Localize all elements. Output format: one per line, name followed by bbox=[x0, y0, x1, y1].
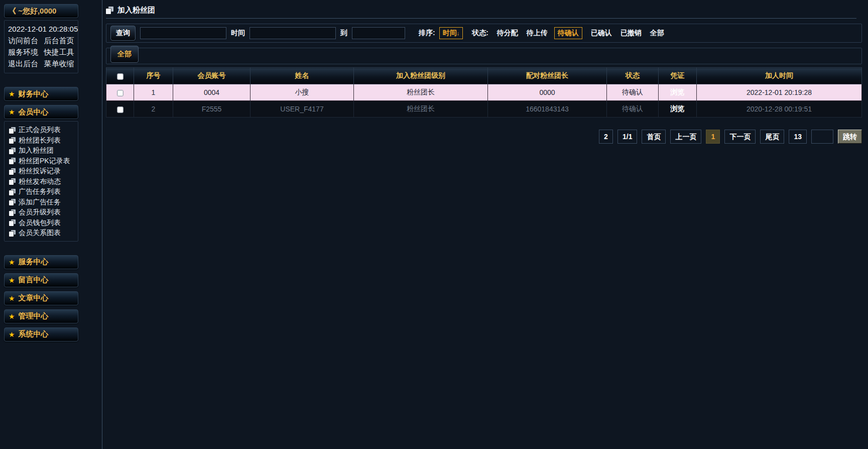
keyword-input[interactable] bbox=[140, 27, 226, 39]
sidebar: 《 ~您好,0000 2022-12-01 20:28:05 访问前台 后台首页… bbox=[4, 4, 78, 342]
pages-icon bbox=[9, 209, 16, 216]
cell-level: 粉丝团长 bbox=[354, 101, 488, 118]
sidebar-item-label: 会员升级列表 bbox=[19, 208, 61, 217]
link-visit-front[interactable]: 访问前台 bbox=[8, 36, 38, 45]
sidebar-item-fans-complaints[interactable]: 粉丝投诉记录 bbox=[9, 166, 76, 177]
row-checkbox[interactable] bbox=[117, 106, 123, 113]
last-page-button[interactable]: 尾页 bbox=[760, 130, 784, 144]
status-pending-confirm[interactable]: 待确认 bbox=[554, 27, 582, 39]
pages-icon bbox=[9, 219, 16, 226]
cell-status: 待确认 bbox=[607, 101, 659, 118]
cell-name: USER_F4177 bbox=[251, 101, 354, 118]
time-to-input[interactable] bbox=[352, 27, 405, 39]
status-pending-assign[interactable]: 待分配 bbox=[497, 29, 518, 38]
time-from-input[interactable] bbox=[250, 27, 336, 39]
cell-join-time: 2020-12-28 00:19:51 bbox=[697, 101, 862, 118]
join-fans-table: 序号 会员账号 姓名 加入粉丝团级别 配对粉丝团长 状态 凭证 加人时间 1 0… bbox=[106, 67, 862, 118]
cell-account: 0004 bbox=[173, 84, 251, 101]
table-header-row: 序号 会员账号 姓名 加入粉丝团级别 配对粉丝团长 状态 凭证 加人时间 bbox=[106, 68, 862, 84]
table-row: 1 0004 小搜 粉丝团长 0000 待确认 浏览 2022-12-01 20… bbox=[106, 84, 862, 101]
link-quick-tools[interactable]: 快捷工具 bbox=[44, 48, 74, 56]
title-divider bbox=[106, 18, 856, 19]
sidebar-item-fans-leader-list[interactable]: 粉丝团长列表 bbox=[9, 136, 76, 146]
sidebar-info-box: 2022-12-01 20:28:05 访问前台 后台首页 服务环境 快捷工具 … bbox=[4, 20, 78, 73]
star-icon: ★ bbox=[9, 258, 15, 266]
sidebar-item-label: 会员关系图表 bbox=[19, 229, 61, 238]
cell-level: 粉丝团长 bbox=[354, 84, 488, 101]
sidebar-section-member[interactable]: ★ 会员中心 bbox=[4, 105, 78, 119]
row-checkbox[interactable] bbox=[117, 90, 123, 96]
sidebar-greeting-header[interactable]: 《 ~您好,0000 bbox=[4, 4, 78, 18]
sort-value: 时间 bbox=[443, 29, 457, 37]
pages-icon bbox=[9, 178, 16, 185]
status-pending-upload[interactable]: 待上传 bbox=[527, 29, 548, 38]
sort-down-arrow-icon: ↓ bbox=[457, 30, 460, 36]
jump-page-input[interactable] bbox=[811, 130, 833, 144]
star-icon: ★ bbox=[9, 312, 15, 320]
main-content: 加入粉丝团 查询 时间 到 排序: 时间↓ 状态: 待分配 待上传 待确认 已确… bbox=[106, 0, 862, 144]
sidebar-item-fans-posts[interactable]: 粉丝发布动态 bbox=[9, 177, 76, 187]
section-label: 系统中心 bbox=[19, 329, 49, 339]
sort-time-toggle[interactable]: 时间↓ bbox=[439, 27, 463, 39]
sidebar-section-service[interactable]: ★ 服务中心 bbox=[4, 255, 78, 269]
sidebar-item-member-relation-chart[interactable]: 会员关系图表 bbox=[9, 228, 76, 239]
cell-join-time: 2022-12-01 20:19:28 bbox=[697, 84, 862, 101]
current-page-button[interactable]: 1 bbox=[706, 130, 720, 144]
pages-icon bbox=[9, 158, 16, 164]
sidebar-item-ad-task-list[interactable]: 广告任务列表 bbox=[9, 187, 76, 197]
section-label: 管理中心 bbox=[19, 311, 49, 321]
col-leader: 配对粉丝团长 bbox=[488, 68, 607, 84]
page-title-text: 加入粉丝团 bbox=[117, 6, 155, 15]
section-label: 会员中心 bbox=[19, 107, 49, 117]
sidebar-item-label: 粉丝发布动态 bbox=[19, 177, 61, 186]
section-label: 留言中心 bbox=[19, 275, 49, 285]
select-all-checkbox[interactable] bbox=[117, 73, 123, 80]
link-collapse-menu[interactable]: 菜单收缩 bbox=[44, 59, 74, 68]
first-page-button[interactable]: 首页 bbox=[642, 130, 666, 144]
pages-icon bbox=[106, 7, 113, 14]
col-index: 序号 bbox=[134, 68, 173, 84]
browse-voucher-link[interactable]: 浏览 bbox=[671, 88, 685, 96]
sidebar-item-add-ad-task[interactable]: 添加广告任务 bbox=[9, 197, 76, 208]
cell-leader: 0000 bbox=[488, 84, 607, 101]
sidebar-item-label: 正式会员列表 bbox=[19, 126, 61, 135]
pages-icon bbox=[9, 137, 16, 144]
link-logout[interactable]: 退出后台 bbox=[8, 59, 38, 68]
status-all[interactable]: 全部 bbox=[650, 29, 664, 38]
sidebar-item-fans-pk-records[interactable]: 粉丝团PK记录表 bbox=[9, 156, 76, 167]
browse-voucher-link[interactable]: 浏览 bbox=[671, 104, 685, 113]
sidebar-section-system[interactable]: ★ 系统中心 bbox=[4, 327, 78, 342]
tab-all[interactable]: 全部 bbox=[110, 46, 139, 63]
status-revoked[interactable]: 已撤销 bbox=[621, 29, 642, 38]
link-service-env[interactable]: 服务环境 bbox=[8, 48, 38, 56]
page-title: 加入粉丝团 bbox=[106, 4, 862, 16]
cell-leader: 16601843143 bbox=[488, 101, 607, 118]
cell-name: 小搜 bbox=[251, 84, 354, 101]
pages-icon bbox=[9, 199, 16, 205]
status-confirmed[interactable]: 已确认 bbox=[591, 29, 612, 38]
star-icon: ★ bbox=[9, 330, 15, 339]
pages-icon bbox=[9, 148, 16, 154]
next-page-button[interactable]: 下一页 bbox=[724, 130, 756, 144]
jump-button[interactable]: 跳转 bbox=[838, 130, 862, 144]
sidebar-section-article[interactable]: ★ 文章中心 bbox=[4, 291, 78, 305]
prev-page-button[interactable]: 上一页 bbox=[670, 130, 701, 144]
total-records: 2 bbox=[599, 130, 613, 144]
table-row: 2 F2555 USER_F4177 粉丝团长 16601843143 待确认 … bbox=[106, 101, 862, 118]
sidebar-item-join-fans-group[interactable]: 加入粉丝团 bbox=[9, 146, 76, 156]
sidebar-item-label: 粉丝投诉记录 bbox=[19, 167, 61, 176]
sidebar-item-member-wallet-list[interactable]: 会员钱包列表 bbox=[9, 218, 76, 229]
sidebar-section-manage[interactable]: ★ 管理中心 bbox=[4, 309, 78, 323]
section-label: 服务中心 bbox=[19, 257, 49, 267]
header-select-all-cell bbox=[106, 68, 134, 84]
sidebar-section-message[interactable]: ★ 留言中心 bbox=[4, 273, 78, 287]
sidebar-item-member-upgrade-list[interactable]: 会员升级列表 bbox=[9, 207, 76, 218]
query-button[interactable]: 查询 bbox=[110, 26, 136, 41]
time-label: 时间 bbox=[231, 29, 245, 38]
sidebar-item-member-list[interactable]: 正式会员列表 bbox=[9, 125, 76, 136]
star-icon: ★ bbox=[9, 276, 15, 284]
link-admin-home[interactable]: 后台首页 bbox=[44, 36, 74, 45]
sidebar-section-finance[interactable]: ★ 财务中心 bbox=[4, 87, 78, 101]
page-indicator: 1/1 bbox=[617, 130, 637, 144]
to-label: 到 bbox=[340, 29, 347, 38]
